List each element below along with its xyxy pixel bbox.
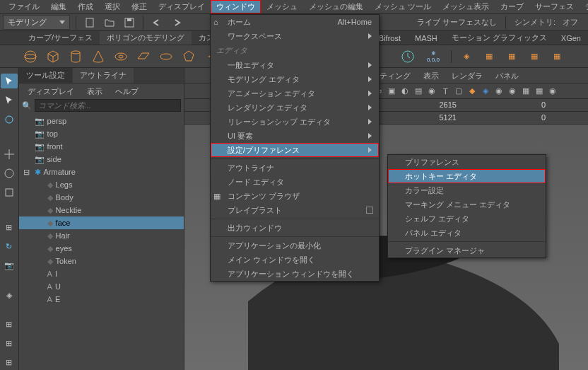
dd-modeling-editor[interactable]: モデリング エディタ [211,72,379,86]
shelf-tab-curves[interactable]: カーブ/サーフェス [21,31,100,45]
tree-item-u[interactable]: AU [19,280,184,293]
vp-iso-icon[interactable]: ◆ [466,86,478,97]
dd-output-window[interactable]: 出力ウィンドウ [211,221,379,235]
workspace-mode-select[interactable]: モデリング [3,15,70,30]
layer-icon-5[interactable]: ▦ [548,47,566,66]
paint-tool-icon[interactable] [1,112,18,127]
redo-icon[interactable] [169,15,184,30]
outliner-menu-display[interactable]: ディスプレイ [22,85,80,96]
poly-torus-icon[interactable] [112,47,130,66]
dd-rendering-editor[interactable]: レンダリング エディタ [211,100,379,115]
rotate-tool-icon[interactable] [1,166,18,181]
dd-workspace[interactable]: ワークスペース [211,29,379,43]
sub-panel-editor[interactable]: パネル エディタ [388,226,546,240]
render-clock-icon[interactable] [399,47,417,66]
tree-item-face[interactable]: ◆face [19,216,184,229]
vp-dot3-icon[interactable]: ▦ [520,86,531,97]
outliner-menu-show[interactable]: 表示 [81,85,108,96]
dd-minimize-app[interactable]: アプリケーションの最小化 [211,238,379,253]
vp-dot1-icon[interactable]: ◉ [493,86,505,97]
dd-relationship-editor[interactable]: リレーションシップ エディタ [211,115,379,129]
vp-light-icon[interactable]: ◉ [426,86,437,97]
menu-modify[interactable]: 修正 [126,0,153,13]
search-input[interactable] [35,99,182,112]
dd-ui-elements[interactable]: UI 要素 [211,129,379,143]
dd-playblast[interactable]: プレイブラスト [211,203,379,217]
menu-window[interactable]: ウィンドウ [211,0,261,13]
plus-box-icon[interactable]: ⊞ [1,317,18,332]
vp-dot4-icon[interactable]: ▦ [534,86,545,97]
menu-file[interactable]: ファイル [3,0,45,13]
dd-open-app-window[interactable]: アプリケーション ウィンドウを開く [211,267,379,281]
panel-tab-toolsettings[interactable]: ツール設定 [19,68,72,83]
sub-marking-menu-editor[interactable]: マーキング メニュー エディタ [388,197,546,212]
shelf-tab-poly[interactable]: ポリゴンのモデリング [100,31,192,45]
vp-dot2-icon[interactable]: ◉ [507,86,518,97]
tree-item-body[interactable]: ◆Body [19,191,184,204]
sub-shelf-editor[interactable]: シェルフ エディタ [388,212,546,226]
lasso-tool-icon[interactable] [1,93,18,108]
vp-wire-icon[interactable]: ▣ [386,86,397,97]
plus-box-icon-3[interactable]: ⊞ [1,355,18,370]
tree-item-side[interactable]: 📷side [19,153,184,166]
tree-item-i[interactable]: AI [19,267,184,280]
collapse-icon[interactable]: ⊟ [23,168,32,177]
dd-general-editor[interactable]: 一般エディタ [211,58,379,72]
dd-outliner[interactable]: アウトライナ [211,161,379,175]
outliner-menu-help[interactable]: ヘルプ [110,85,144,96]
poly-plane-icon[interactable] [134,47,153,66]
panel-tab-outliner[interactable]: アウトライナ [73,68,134,83]
menu-mesh-display[interactable]: メッシュ表示 [437,0,495,13]
dd-node-editor[interactable]: ノード エディタ [211,175,379,189]
tree-item-eyes[interactable]: ◆eyes [19,242,184,255]
poly-disc-icon[interactable] [157,47,175,66]
new-scene-icon[interactable] [82,15,98,30]
tree-item-armature[interactable]: ⊟✱Armature [19,166,184,178]
shelf-tab-xgen[interactable]: XGen [554,33,588,44]
poly-sphere-icon[interactable] [21,47,40,66]
menu-mesh-edit[interactable]: メッシュの編集 [303,0,369,13]
tree-item-legs[interactable]: ◆Legs [19,178,184,191]
poly-cylinder-icon[interactable] [66,47,85,66]
menu-edit[interactable]: 編集 [45,0,72,13]
dd-settings-preferences[interactable]: 設定/プリファレンス [211,143,379,157]
dd-animation-editor[interactable]: アニメーション エディタ [211,86,379,100]
vp-tex-icon[interactable]: ▤ [413,86,424,97]
shelf-tab-motion[interactable]: モーション グラフィックス [445,31,554,45]
poly-platonic-icon[interactable] [180,47,198,66]
open-folder-icon[interactable] [102,15,117,30]
menu-create[interactable]: 作成 [72,0,99,13]
options-box-icon[interactable] [366,207,373,214]
shelf-tab-mash[interactable]: MASH [408,33,445,44]
dd-open-main-window[interactable]: メイン ウィンドウを開く [211,253,379,267]
menu-curve[interactable]: カーブ [495,0,529,13]
vp-menu-panel[interactable]: パネル [490,69,524,81]
tree-item-persp[interactable]: 📷persp [19,115,184,127]
menu-mesh[interactable]: メッシュ [261,0,303,13]
layer-icon-4[interactable]: ▦ [525,47,543,66]
vp-cube-icon[interactable]: ◈ [480,86,491,97]
sub-color-settings[interactable]: カラー設定 [388,183,546,197]
vp-ao-icon[interactable]: T [440,86,451,97]
dd-content-browser[interactable]: ▦コンテンツ ブラウザ [211,189,379,203]
snap-tool-icon[interactable]: ⊞ [1,220,18,235]
sub-plugin-manager[interactable]: プラグイン マネージャ [388,243,546,258]
move-tool-icon[interactable] [1,146,18,161]
plus-box-icon-2[interactable]: ⊞ [1,336,18,351]
poly-cone-icon[interactable] [89,47,107,66]
scale-tool-icon[interactable] [1,185,18,200]
tree-item-e[interactable]: AE [19,293,184,306]
tree-item-token[interactable]: ◆Token [19,255,184,267]
layer-icon-1[interactable]: ◈ [457,47,476,66]
menu-deform[interactable]: デフォーム [580,0,588,13]
poly-cube-icon[interactable] [44,47,62,66]
menu-select[interactable]: 選択 [99,0,126,13]
vp-shade-icon[interactable]: ◐ [399,86,411,97]
vp-xray-icon[interactable]: ▢ [453,86,464,97]
ref-tool-icon[interactable]: ◈ [1,288,18,303]
vp-menu-renderer[interactable]: レンダラ [446,69,488,81]
snow-icon[interactable]: ❄0,0,0 [421,47,445,66]
menu-mesh-tool[interactable]: メッシュ ツール [369,0,437,13]
symmetry-value[interactable]: オフ [563,17,578,28]
vp-menu-show[interactable]: 表示 [418,69,445,81]
